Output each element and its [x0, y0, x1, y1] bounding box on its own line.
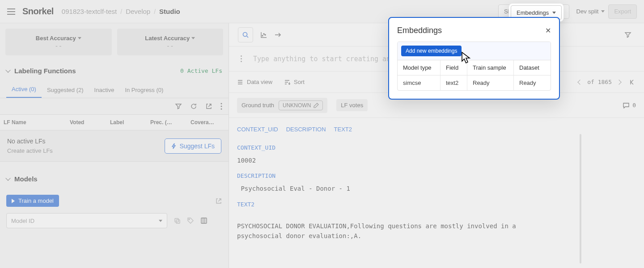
svg-point-10: [265, 34, 266, 35]
copy-icon[interactable]: [174, 217, 181, 224]
drag-handle-icon[interactable]: [237, 55, 245, 62]
dev-split-label: Dev split: [576, 8, 599, 15]
tag-icon[interactable]: [187, 217, 194, 224]
lf-col-prec: Prec. (…: [147, 115, 187, 130]
svg-point-0: [221, 103, 222, 105]
columns-icon[interactable]: [200, 217, 208, 224]
svg-rect-3: [175, 218, 178, 222]
prev-record-button[interactable]: [578, 80, 583, 84]
latest-accuracy-label: Latest Accuracy: [145, 35, 190, 42]
filter-button[interactable]: [621, 28, 635, 42]
lf-col-voted: Voted: [66, 115, 106, 130]
play-icon: [12, 199, 15, 203]
embeddings-label: Embeddings: [517, 9, 549, 16]
field-text2: TEXT2 PSYCHOSOCIAL DONOR EVALUATION,Foll…: [229, 194, 644, 241]
lf-empty-title: No active LFs: [7, 138, 53, 145]
field-key: TEXT2: [237, 201, 636, 208]
svg-point-8: [262, 35, 263, 36]
models-header[interactable]: Models: [0, 169, 229, 188]
col-dataset: Dataset: [514, 60, 551, 75]
external-link-icon[interactable]: [205, 103, 212, 110]
tab-active[interactable]: Active (0): [6, 86, 42, 98]
lf-votes-label: LF votes: [341, 102, 363, 109]
data-view-button[interactable]: Data view: [237, 79, 272, 85]
caret-down-icon: [191, 37, 195, 39]
tab-inactive[interactable]: Inactive: [89, 87, 120, 98]
col-train-sample: Train sample: [467, 60, 514, 75]
lf-votes-pill[interactable]: LF votes: [336, 99, 368, 111]
col-model-type: Model type: [398, 60, 441, 75]
next-record-button[interactable]: [616, 80, 621, 84]
comments-count[interactable]: 0: [623, 102, 636, 109]
breadcrumb-section[interactable]: Develop: [126, 8, 150, 15]
field-jump-links: CONTEXT_UID DESCRIPTION TEXT2: [229, 118, 644, 137]
svg-point-1: [221, 106, 222, 107]
model-id-placeholder: Model ID: [11, 218, 34, 224]
svg-point-7: [243, 32, 247, 36]
field-value: Psychosocial Eval - Donor - 1: [237, 184, 636, 193]
svg-point-5: [189, 219, 190, 220]
ground-truth-pill[interactable]: Ground truth UNKNOWN: [237, 98, 327, 113]
export-button[interactable]: Export: [608, 4, 637, 19]
sort-button[interactable]: Sort: [284, 79, 305, 85]
best-accuracy-label: Best Accuracy: [36, 35, 76, 42]
link-text2[interactable]: TEXT2: [334, 126, 352, 133]
cell-field: text2: [441, 75, 467, 90]
external-link-icon[interactable]: [215, 197, 222, 205]
link-context-uid[interactable]: CONTEXT_UID: [237, 126, 278, 133]
embeddings-row[interactable]: simcse text2 Ready Ready: [398, 75, 551, 90]
data-view-label: Data view: [247, 79, 272, 85]
arrow-mode-button[interactable]: [271, 28, 285, 42]
arrow-right-icon: [274, 32, 282, 38]
scatter-icon: [260, 31, 268, 39]
latest-accuracy-card[interactable]: Latest Accuracy --: [117, 29, 224, 55]
brand-logo[interactable]: Snorkel: [22, 6, 54, 17]
lf-active-count: 0 Active LFs: [180, 67, 222, 74]
embeddings-toolbar: Add new embeddings: [398, 42, 551, 60]
metrics-row: Best Accuracy -- Latest Accuracy --: [0, 23, 229, 61]
best-accuracy-card[interactable]: Best Accuracy --: [5, 29, 112, 55]
search-mode-button[interactable]: [238, 27, 253, 42]
model-id-row: Model ID: [0, 213, 229, 234]
sort-icon: [284, 80, 290, 85]
lf-empty-state: No active LFs Create active LFs Suggest …: [0, 130, 229, 162]
add-embeddings-button[interactable]: Add new embeddings: [401, 46, 462, 56]
breadcrumb-project[interactable]: 091823-textclf-test: [62, 8, 117, 15]
link-description[interactable]: DESCRIPTION: [286, 126, 326, 133]
tab-suggested[interactable]: Suggested (2): [42, 87, 89, 98]
train-model-button[interactable]: Train a model: [6, 195, 59, 207]
refresh-icon[interactable]: [190, 103, 197, 110]
cell-dataset: Ready: [514, 75, 551, 90]
more-menu-icon[interactable]: [220, 103, 222, 110]
cell-model: simcse: [398, 75, 441, 90]
record-counter: of 1865: [578, 79, 621, 85]
lf-tabs: Active (0) Suggested (2) Inactive In Pro…: [0, 80, 229, 98]
close-icon[interactable]: ✕: [545, 26, 551, 35]
scrollbar[interactable]: [580, 134, 581, 264]
models-body: Train a model: [0, 188, 229, 213]
collapse-right-icon[interactable]: [629, 79, 636, 86]
suggest-lfs-label: Suggest LFs: [179, 142, 215, 150]
field-key: DESCRIPTION: [237, 172, 636, 179]
ground-truth-value-tag[interactable]: UNKNOWN: [279, 100, 323, 110]
suggest-lfs-button[interactable]: Suggest LFs: [165, 138, 221, 154]
svg-point-2: [221, 109, 222, 110]
lf-empty-sub: Create active LFs: [7, 147, 53, 154]
breadcrumb-page: Studio: [159, 8, 180, 15]
sort-label: Sort: [294, 79, 305, 85]
lf-table-header: LF Name Voted Label Prec. (… Covera…: [0, 114, 229, 130]
lf-col-name: LF Name: [0, 115, 66, 130]
hamburger-icon[interactable]: [7, 8, 15, 15]
chevron-down-icon: [5, 67, 10, 72]
svg-rect-4: [176, 220, 180, 223]
lf-section-title: Labeling Functions: [14, 67, 76, 75]
ground-truth-label: Ground truth: [242, 102, 274, 109]
filter-icon[interactable]: [175, 103, 182, 110]
model-id-select[interactable]: Model ID: [6, 213, 167, 228]
dev-split-selector[interactable]: Dev split: [576, 8, 605, 15]
scatter-mode-button[interactable]: [257, 28, 271, 42]
tab-inprogress[interactable]: In Progress (0): [119, 87, 169, 98]
labeling-functions-header[interactable]: Labeling Functions 0 Active LFs: [0, 61, 229, 80]
list-icon: [237, 80, 243, 85]
caret-down-icon: [159, 220, 162, 222]
